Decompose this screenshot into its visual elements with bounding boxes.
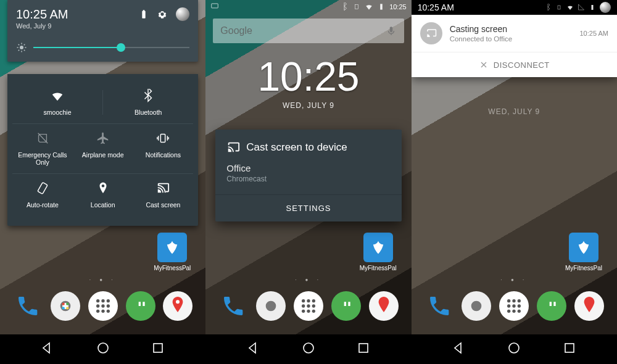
- settings-gear-icon[interactable]: [157, 9, 167, 19]
- svg-rect-31: [380, 4, 383, 9]
- dock-appdrawer[interactable]: [88, 291, 118, 321]
- shade-time: 10:25 AM: [418, 2, 454, 12]
- svg-point-32: [266, 301, 276, 312]
- cast-badge-icon: [420, 22, 442, 44]
- svg-point-12: [96, 310, 99, 313]
- no-sim-icon: [36, 131, 49, 145]
- dock-phone[interactable]: [424, 291, 454, 321]
- svg-line-24: [24, 50, 25, 51]
- app-label: MyFitnessPal: [565, 265, 602, 271]
- cast-dialog: Cast screen to device Office Chromecast …: [215, 130, 401, 221]
- battery-icon: [139, 9, 149, 19]
- casting-notification[interactable]: Casting screen Connected to Office 10:25…: [412, 15, 617, 77]
- vibrate-icon: [352, 2, 361, 11]
- tile-bluetooth[interactable]: Bluetooth: [103, 81, 193, 123]
- svg-point-45: [507, 299, 510, 302]
- svg-point-46: [513, 299, 516, 302]
- nav-bar: [0, 334, 205, 364]
- notif-title: Casting screen: [450, 24, 573, 34]
- dock-camera[interactable]: [256, 291, 286, 321]
- svg-point-8: [106, 299, 109, 302]
- dock-maps[interactable]: [163, 291, 193, 321]
- tile-location[interactable]: Location: [73, 174, 133, 216]
- profile-avatar[interactable]: [176, 7, 189, 21]
- dock-maps[interactable]: [574, 291, 604, 321]
- mic-icon[interactable]: [386, 25, 397, 36]
- nav-recent[interactable]: [562, 341, 577, 358]
- quicksettings-tiles: smoochie Bluetooth Emergency Calls Only …: [7, 74, 198, 226]
- svg-point-54: [509, 343, 519, 353]
- dock-appdrawer[interactable]: [294, 291, 323, 321]
- dock-maps[interactable]: [369, 291, 399, 321]
- rotate-icon: [36, 181, 49, 195]
- nav-home[interactable]: [96, 341, 110, 358]
- battery-icon: [589, 4, 596, 11]
- dock-camera[interactable]: [462, 291, 491, 321]
- dock: [412, 291, 617, 321]
- nav-bar: [205, 334, 411, 364]
- page-indicator: · ● ·: [0, 277, 205, 283]
- nav-recent[interactable]: [151, 341, 165, 358]
- app-myfitnesspal[interactable]: MyFitnessPal: [360, 233, 397, 271]
- nav-back[interactable]: [452, 341, 466, 358]
- wifi-icon: [51, 89, 64, 102]
- dock-appdrawer[interactable]: [499, 291, 529, 321]
- clock-date: WED, JULY 9: [205, 101, 411, 110]
- tile-cast[interactable]: Cast screen: [133, 174, 194, 216]
- nav-home[interactable]: [507, 341, 521, 358]
- google-search[interactable]: Google: [213, 19, 404, 43]
- svg-point-11: [106, 304, 109, 307]
- nav-bar: [412, 334, 617, 364]
- brightness-slider[interactable]: [16, 42, 189, 53]
- svg-rect-55: [565, 344, 574, 352]
- svg-point-35: [312, 299, 315, 302]
- app-myfitnesspal[interactable]: MyFitnessPal: [154, 233, 191, 271]
- svg-rect-17: [154, 344, 162, 352]
- airplane-icon: [96, 131, 110, 145]
- device-name: Office: [226, 163, 390, 173]
- nav-recent[interactable]: [356, 341, 371, 358]
- disconnect-label: DISCONNECT: [494, 60, 550, 70]
- tile-emergency[interactable]: Emergency Calls Only: [12, 124, 73, 173]
- svg-rect-57: [591, 5, 593, 10]
- dock-phone[interactable]: [218, 291, 248, 321]
- tile-notifications[interactable]: Notifications: [133, 124, 194, 173]
- svg-rect-43: [359, 344, 368, 352]
- tile-label: Notifications: [146, 151, 181, 159]
- disconnect-button[interactable]: DISCONNECT: [412, 52, 617, 77]
- svg-point-34: [307, 299, 310, 302]
- bluetooth-icon: [544, 4, 552, 11]
- svg-line-25: [19, 50, 20, 51]
- dock: [205, 291, 411, 321]
- nav-home[interactable]: [301, 341, 316, 358]
- svg-point-41: [312, 310, 315, 313]
- dialog-settings-button[interactable]: SETTINGS: [215, 194, 401, 221]
- shade-header[interactable]: 10:25 AM: [412, 0, 617, 15]
- nav-back[interactable]: [40, 341, 55, 358]
- bluetooth-icon: [141, 89, 155, 102]
- dock-hangouts[interactable]: [126, 291, 155, 321]
- svg-line-23: [19, 44, 20, 46]
- profile-avatar[interactable]: [600, 2, 611, 13]
- dock-phone[interactable]: [13, 291, 43, 321]
- svg-point-2: [62, 303, 64, 305]
- dock-hangouts[interactable]: [331, 291, 361, 321]
- app-label: MyFitnessPal: [154, 265, 191, 271]
- tile-wifi[interactable]: smoochie: [12, 81, 102, 123]
- cast-device-option[interactable]: Office Chromecast: [226, 163, 390, 183]
- cast-icon: [156, 181, 170, 195]
- svg-point-48: [507, 304, 510, 307]
- tile-airplane[interactable]: Airplane mode: [73, 124, 133, 173]
- nav-back[interactable]: [246, 341, 261, 358]
- svg-point-50: [518, 304, 521, 307]
- app-myfitnesspal[interactable]: MyFitnessPal: [565, 233, 602, 271]
- svg-point-53: [518, 310, 521, 313]
- dock-hangouts[interactable]: [537, 291, 566, 321]
- clock-date: WED, JULY 9: [412, 107, 617, 116]
- tile-label: smoochie: [44, 109, 72, 116]
- dock-camera[interactable]: [51, 291, 80, 321]
- device-type: Chromecast: [226, 175, 390, 183]
- status-time: 10:25: [389, 3, 407, 10]
- tile-rotate[interactable]: Auto-rotate: [12, 174, 73, 216]
- svg-point-15: [176, 300, 180, 304]
